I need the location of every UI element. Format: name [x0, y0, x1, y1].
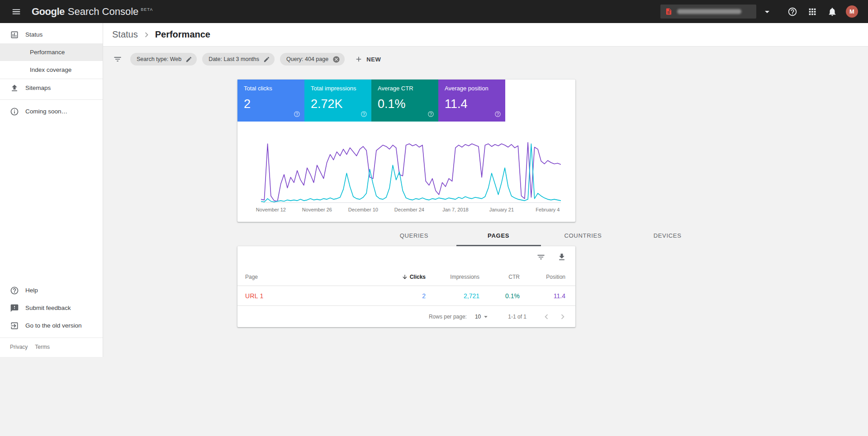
tab-pages[interactable]: PAGES [456, 226, 541, 246]
metric-total-impressions[interactable]: Total impressions 2.72K [304, 80, 371, 122]
column-header-impressions[interactable]: Impressions [426, 274, 479, 280]
sidebar-item-performance[interactable]: Performance [0, 43, 103, 61]
breadcrumb-status[interactable]: Status [112, 29, 138, 40]
sidebar-item-submit-feedback[interactable]: Submit feedback [0, 299, 103, 317]
x-tick-label: January 21 [489, 207, 514, 212]
divider [0, 99, 103, 100]
product-name: Search Console [68, 6, 139, 18]
notifications-bell-icon[interactable] [822, 2, 842, 22]
property-icon [665, 8, 673, 15]
pages-table-card: Page Clicks Impressions CTR Position URL… [237, 246, 575, 327]
page-title: Performance [155, 29, 210, 40]
chevron-right-icon [142, 30, 152, 40]
cell-position: 11.4 [520, 292, 565, 300]
google-wordmark: Google [32, 6, 65, 18]
next-page-icon[interactable] [555, 309, 571, 325]
metric-average-position[interactable]: Average position 11.4 [438, 80, 505, 122]
table-row[interactable]: URL 1 2 2,721 0.1% 11.4 [237, 286, 575, 306]
chip-label: Search type: Web [137, 56, 181, 62]
column-header-clicks[interactable]: Clicks [362, 274, 426, 280]
filter-list-icon[interactable] [113, 55, 122, 64]
help-circle-icon[interactable] [494, 111, 501, 117]
terms-link[interactable]: Terms [35, 344, 50, 357]
chip-date-range[interactable]: Date: Last 3 months [202, 53, 275, 66]
app-logo: Google Search Console BETA [32, 6, 153, 18]
cell-clicks: 2 [362, 292, 426, 300]
sidebar-item-label: Help [25, 287, 38, 294]
apps-grid-icon[interactable] [802, 2, 822, 22]
help-icon [10, 286, 19, 295]
help-circle-icon[interactable] [294, 111, 300, 117]
sidebar-item-help[interactable]: Help [0, 281, 103, 299]
rows-per-page-select[interactable]: 10 [475, 313, 490, 321]
feedback-icon [10, 304, 19, 313]
property-selector[interactable] [660, 5, 773, 19]
metric-tiles: Total clicks 2 Total impressions 2.72K A… [237, 80, 575, 122]
download-icon[interactable] [557, 253, 566, 262]
metric-value: 0.1% [378, 97, 432, 111]
sidebar-item-label: Go to the old version [25, 322, 82, 329]
chip-label: Query: 404 page [286, 56, 328, 62]
x-tick-label: November 26 [302, 207, 332, 212]
sort-arrow-down-icon [402, 274, 408, 280]
help-circle-icon[interactable] [360, 111, 367, 117]
sidebar-item-label: Status [25, 31, 43, 38]
metric-value: 2.72K [311, 97, 365, 111]
sidebar-item-sitemaps[interactable]: Sitemaps [0, 79, 103, 97]
upload-icon [10, 84, 19, 93]
table-filter-icon[interactable] [536, 253, 545, 262]
filter-bar: Search type: Web Date: Last 3 months Que… [103, 47, 868, 66]
chevron-down-icon[interactable] [762, 6, 773, 17]
sidebar-spacer [0, 120, 103, 281]
sidebar-item-index-coverage[interactable]: Index coverage [0, 61, 103, 79]
sidebar-item-old-version[interactable]: Go to the old version [0, 317, 103, 334]
chip-label: Date: Last 3 months [209, 56, 259, 62]
chip-query-filter[interactable]: Query: 404 page [280, 53, 345, 66]
plus-icon [355, 55, 363, 63]
help-circle-icon[interactable] [427, 111, 434, 117]
x-tick-label: November 12 [256, 207, 286, 212]
help-icon[interactable] [783, 2, 802, 22]
tab-countries[interactable]: COUNTRIES [541, 226, 626, 246]
privacy-link[interactable]: Privacy [10, 344, 28, 357]
edit-pencil-icon[interactable] [185, 56, 192, 63]
metric-average-ctr[interactable]: Average CTR 0.1% [371, 80, 438, 122]
breadcrumb: Status Performance [103, 23, 868, 47]
chart-x-axis-labels: November 12November 26December 10Decembe… [261, 204, 561, 215]
sidebar-item-label: Sitemaps [25, 84, 51, 91]
sidebar-item-label: Submit feedback [25, 305, 71, 311]
hamburger-menu-icon[interactable] [6, 2, 26, 22]
chart-canvas [261, 135, 561, 204]
column-header-position[interactable]: Position [520, 274, 565, 280]
table-toolbar [237, 246, 575, 268]
line-chart[interactable]: November 12November 26December 10Decembe… [237, 122, 575, 222]
tab-queries[interactable]: QUERIES [372, 226, 456, 246]
dropdown-arrow-icon [482, 313, 490, 321]
sidebar: Status Performance Index coverage Sitema… [0, 23, 103, 357]
metric-total-clicks[interactable]: Total clicks 2 [237, 80, 304, 122]
metric-value: 2 [244, 97, 298, 111]
property-selector-box[interactable] [660, 5, 756, 19]
sidebar-item-status[interactable]: Status [0, 26, 103, 43]
new-filter-label: NEW [366, 56, 381, 63]
exit-icon [10, 321, 19, 330]
previous-page-icon[interactable] [538, 309, 555, 325]
new-filter-button[interactable]: NEW [351, 53, 384, 66]
cell-page-url[interactable]: URL 1 [245, 292, 362, 300]
x-tick-label: December 10 [348, 207, 378, 212]
avatar[interactable]: M [846, 5, 858, 18]
main-content: Status Performance Search type: Web Date… [103, 23, 868, 327]
top-app-bar: Google Search Console BETA M [0, 0, 868, 23]
sidebar-item-label: Coming soon… [25, 108, 67, 115]
bar-chart-icon [10, 30, 19, 39]
sidebar-item-label: Performance [30, 49, 65, 56]
column-header-page[interactable]: Page [245, 274, 362, 280]
tab-devices[interactable]: DEVICES [625, 226, 710, 246]
remove-filter-icon[interactable] [332, 56, 340, 63]
edit-pencil-icon[interactable] [263, 56, 270, 63]
rows-per-page-label: Rows per page: [429, 314, 467, 320]
cell-ctr: 0.1% [479, 292, 520, 300]
column-header-ctr[interactable]: CTR [479, 274, 520, 280]
content-column: Total clicks 2 Total impressions 2.72K A… [237, 80, 575, 327]
chip-search-type[interactable]: Search type: Web [130, 53, 197, 66]
